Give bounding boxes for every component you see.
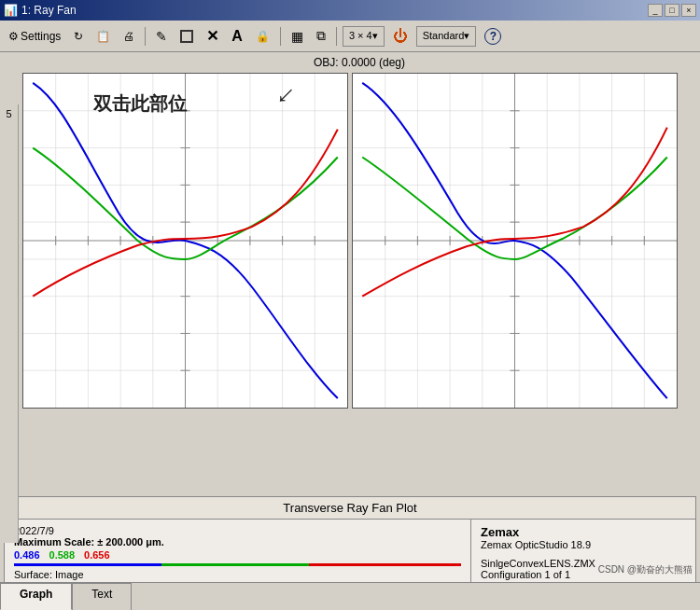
settings-label: Settings: [21, 30, 61, 43]
power-icon: ⏻: [393, 28, 408, 45]
grid-view-button[interactable]: ▦: [287, 24, 308, 49]
power-button[interactable]: ⏻: [388, 24, 413, 49]
grid-dropdown[interactable]: 3 × 4▾: [343, 26, 385, 47]
lock-button[interactable]: 🔒: [251, 24, 274, 49]
print-button[interactable]: 🖨: [119, 24, 139, 49]
cross-button[interactable]: ✕: [202, 24, 223, 49]
help-icon: ?: [484, 28, 501, 45]
title-bar-controls: _ □ ×: [648, 4, 696, 17]
toolbar: ⚙ Settings ↻ 📋 🖨 ✎ ✕ A 🔒 ▦ ⧉ 3 × 4▾ ⏻ St…: [0, 21, 700, 52]
pencil-icon: ✎: [156, 29, 167, 44]
print-icon: 🖨: [123, 30, 134, 43]
separator-3: [336, 27, 337, 46]
wavelength-2: 0.588: [49, 549, 76, 561]
title-bar-left: 📊 1: Ray Fan: [4, 4, 77, 17]
refresh-button[interactable]: ↻: [69, 24, 88, 49]
side-number: 5: [0, 104, 19, 543]
copy-button[interactable]: 📋: [91, 24, 115, 49]
close-button[interactable]: ×: [681, 4, 696, 17]
bottom-tabs: Graph Text CSDN @勤奋的大熊猫: [0, 582, 700, 610]
right-graph-panel[interactable]: ex Px: [352, 73, 678, 409]
wavelength-colors: 0.486 0.588 0.656: [14, 549, 461, 561]
info-product: Zemax OpticStudio 18.9: [481, 539, 686, 550]
info-panel: Transverse Ray Fan Plot 2022/7/9 Maximum…: [4, 496, 696, 595]
text-icon: A: [231, 28, 243, 45]
copy2-icon: ⧉: [316, 28, 326, 44]
info-scale: Maximum Scale: ± 200.000 μm.: [14, 536, 461, 548]
tabs-spacer: [132, 583, 700, 610]
title-bar: 📊 1: Ray Fan _ □ ×: [0, 0, 700, 21]
grid-dropdown-label: 3 × 4▾: [349, 30, 378, 42]
watermark: CSDN @勤奋的大熊猫: [598, 563, 693, 576]
graph-tab[interactable]: Graph: [0, 583, 72, 610]
obj-label: OBJ: 0.0000 (deg): [22, 56, 696, 69]
rect-icon: [180, 30, 193, 43]
settings-icon: ⚙: [8, 30, 19, 43]
minimize-button[interactable]: _: [648, 4, 663, 17]
window-icon: 📊: [4, 4, 18, 17]
rect-button[interactable]: [175, 24, 198, 49]
left-graph-panel[interactable]: ey Py: [22, 73, 348, 409]
copy-icon: 📋: [96, 30, 110, 43]
window-title: 1: Ray Fan: [21, 4, 77, 17]
settings-button[interactable]: ⚙ Settings: [4, 24, 65, 49]
standard-label: Standard▾: [423, 30, 470, 42]
text-tab[interactable]: Text: [72, 583, 132, 610]
help-button[interactable]: ?: [480, 24, 506, 49]
info-title: Transverse Ray Fan Plot: [5, 497, 695, 520]
wavelength-1: 0.486: [14, 549, 40, 561]
separator-2: [280, 27, 281, 46]
text-button[interactable]: A: [227, 24, 247, 49]
wavelength-divider: [14, 563, 461, 566]
cross-icon: ✕: [206, 27, 218, 45]
restore-button[interactable]: □: [665, 4, 679, 17]
lock-icon: 🔒: [256, 30, 270, 43]
standard-dropdown[interactable]: Standard▾: [416, 26, 477, 47]
copy2-button[interactable]: ⧉: [312, 24, 330, 49]
info-date: 2022/7/9: [14, 525, 461, 536]
info-surface: Surface: Image: [14, 569, 461, 580]
info-software: Zemax: [481, 525, 686, 539]
right-graph-svg: [353, 74, 677, 408]
wavelength-3: 0.656: [84, 549, 110, 561]
grid-view-icon: ▦: [291, 29, 303, 44]
separator-1: [145, 27, 146, 46]
left-graph-svg: [23, 74, 347, 408]
refresh-icon: ↻: [74, 30, 83, 43]
graphs-row: ey Py: [22, 73, 678, 409]
main-content: 5 OBJ: 0.0000 (deg) 双击此部位 ↓ ey Py: [0, 52, 700, 491]
pencil-button[interactable]: ✎: [151, 24, 172, 49]
